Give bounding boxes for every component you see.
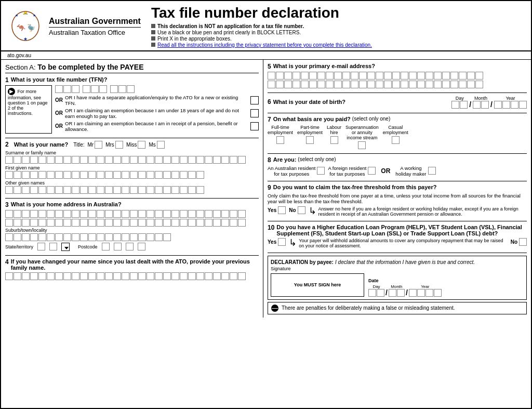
surname-box-3[interactable]	[22, 156, 30, 164]
em1-b6[interactable]	[309, 72, 317, 80]
post-b1[interactable]	[102, 243, 110, 250]
addr1-b10[interactable]	[80, 210, 88, 218]
mrs-box[interactable]	[115, 141, 123, 149]
addr2-b22[interactable]	[180, 219, 188, 227]
fn-box-22[interactable]	[180, 171, 188, 179]
addr1-b20[interactable]	[163, 210, 171, 218]
on-box-19[interactable]	[155, 186, 163, 194]
addr2-b28[interactable]	[230, 219, 237, 227]
em2-b19[interactable]	[417, 81, 425, 88]
pn-b6[interactable]	[47, 272, 55, 280]
addr2-b11[interactable]	[88, 219, 96, 227]
surname-box-23[interactable]	[188, 156, 196, 164]
sub-b7[interactable]	[55, 233, 63, 241]
on-box-2[interactable]	[14, 186, 21, 194]
decl-day-2[interactable]	[377, 289, 384, 297]
fn-box-16[interactable]	[130, 171, 138, 179]
em1-b25[interactable]	[467, 72, 475, 80]
addr2-b26[interactable]	[213, 219, 221, 227]
addr1-b17[interactable]	[138, 210, 146, 218]
em1-b21[interactable]	[434, 72, 442, 80]
pn-b23[interactable]	[188, 272, 196, 280]
fn-box-9[interactable]	[72, 171, 79, 179]
pn-b22[interactable]	[180, 272, 188, 280]
dob-day-2[interactable]	[460, 101, 468, 109]
addr2-b6[interactable]	[47, 219, 55, 227]
pn-b29[interactable]	[238, 272, 246, 280]
dob-mon-1[interactable]	[473, 101, 481, 109]
tfn-box-9[interactable]	[127, 85, 135, 93]
pn-b19[interactable]	[155, 272, 163, 280]
surname-box-2[interactable]	[14, 156, 21, 164]
q10-yes-box[interactable]	[278, 238, 286, 246]
addr2-b13[interactable]	[105, 219, 113, 227]
pn-b27[interactable]	[221, 272, 229, 280]
addr1-b9[interactable]	[72, 210, 79, 218]
fn-box-17[interactable]	[138, 171, 146, 179]
em1-b15[interactable]	[384, 72, 392, 80]
surname-box-19[interactable]	[155, 156, 163, 164]
dob-yr-2[interactable]	[502, 101, 510, 109]
addr1-b13[interactable]	[105, 210, 113, 218]
em2-b17[interactable]	[401, 81, 408, 88]
surname-box-18[interactable]	[147, 156, 154, 164]
em1-b14[interactable]	[376, 72, 383, 80]
mr-box[interactable]	[95, 141, 102, 149]
basis-labour-box[interactable]	[330, 136, 338, 144]
tfn-box-8[interactable]	[118, 85, 126, 93]
sub-b15[interactable]	[122, 233, 129, 241]
fn-box-6[interactable]	[47, 171, 55, 179]
addr2-b1[interactable]	[5, 219, 13, 227]
addr1-b12[interactable]	[97, 210, 104, 218]
em2-b9[interactable]	[334, 81, 342, 88]
decl-yr-4[interactable]	[434, 289, 442, 297]
addr1-b21[interactable]	[171, 210, 179, 218]
sub-b2[interactable]	[14, 233, 21, 241]
addr1-b19[interactable]	[155, 210, 163, 218]
tfn-box-2[interactable]	[63, 85, 71, 93]
addr1-b16[interactable]	[130, 210, 138, 218]
on-box-6[interactable]	[47, 186, 55, 194]
decl-yr-1[interactable]	[409, 289, 417, 297]
em2-b5[interactable]	[301, 81, 309, 88]
sub-b17[interactable]	[138, 233, 146, 241]
addr1-b29[interactable]	[238, 210, 246, 218]
em2-b4[interactable]	[292, 81, 300, 88]
em2-b22[interactable]	[442, 81, 450, 88]
addr1-b25[interactable]	[205, 210, 212, 218]
decl-yr-3[interactable]	[425, 289, 433, 297]
tfn-box-6[interactable]	[99, 85, 107, 93]
em1-b13[interactable]	[367, 72, 375, 80]
pn-b21[interactable]	[171, 272, 179, 280]
on-box-1[interactable]	[5, 186, 13, 194]
addr1-b1[interactable]	[5, 210, 13, 218]
addr2-b10[interactable]	[80, 219, 88, 227]
dob-day-1[interactable]	[451, 101, 459, 109]
surname-box-28[interactable]	[230, 156, 237, 164]
fn-box-3[interactable]	[22, 171, 30, 179]
surname-box-14[interactable]	[113, 156, 121, 164]
tfn-box-7[interactable]	[110, 85, 118, 93]
state-dropdown[interactable]	[61, 243, 70, 251]
pn-b1[interactable]	[5, 272, 13, 280]
sub-b1[interactable]	[5, 233, 13, 241]
addr2-b23[interactable]	[188, 219, 196, 227]
sub-b9[interactable]	[72, 233, 79, 241]
em1-b23[interactable]	[450, 72, 458, 80]
em2-b20[interactable]	[425, 81, 433, 88]
addr1-b7[interactable]	[55, 210, 63, 218]
surname-box-17[interactable]	[138, 156, 146, 164]
addr2-b20[interactable]	[163, 219, 171, 227]
surname-box-1[interactable]	[5, 156, 13, 164]
pn-b9[interactable]	[72, 272, 79, 280]
em2-b12[interactable]	[359, 81, 367, 88]
addr1-b27[interactable]	[221, 210, 229, 218]
addr2-b3[interactable]	[22, 219, 30, 227]
res-aus-box[interactable]	[317, 167, 325, 175]
addr2-b4[interactable]	[30, 219, 38, 227]
surname-box-20[interactable]	[163, 156, 171, 164]
em1-b19[interactable]	[417, 72, 425, 80]
em2-b14[interactable]	[376, 81, 383, 88]
addr1-b24[interactable]	[196, 210, 204, 218]
fn-box-20[interactable]	[163, 171, 171, 179]
